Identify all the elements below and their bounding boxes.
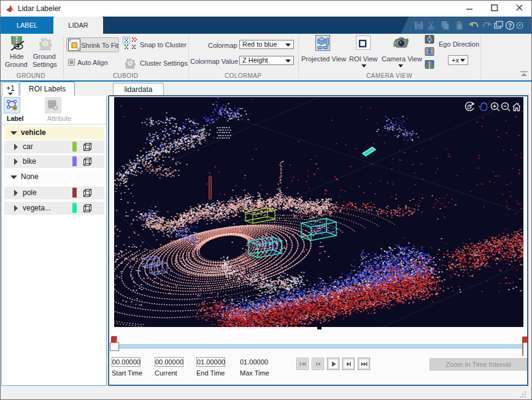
svg-text:?: ? <box>508 23 512 29</box>
